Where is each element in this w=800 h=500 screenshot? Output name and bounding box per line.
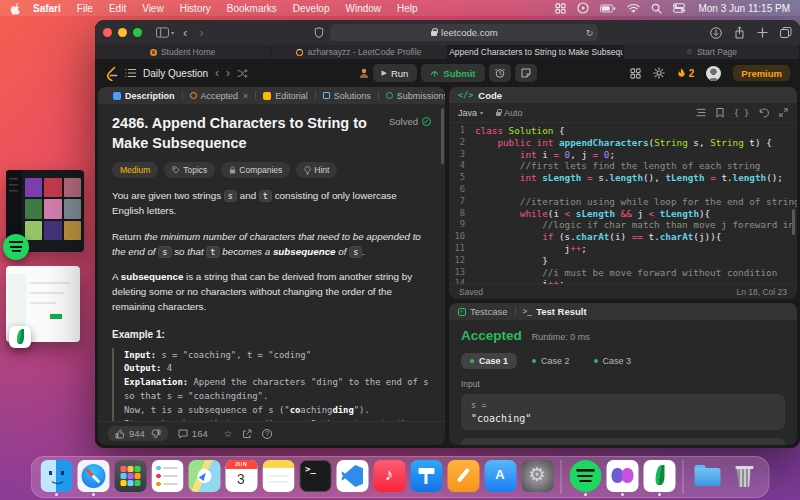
safari-tab[interactable]: azharsayzz - LeetCode Profile [271,45,447,59]
code-line[interactable]: 3 int i = 0, j = 0; [449,149,797,161]
auto-mode[interactable]: Auto [496,108,523,118]
wifi-icon[interactable] [627,3,640,13]
dock-vscode-icon[interactable] [336,459,368,495]
tab-accepted[interactable]: Accepted× [183,87,256,104]
dock-trash-icon[interactable] [728,459,760,495]
dock-calendar-icon[interactable]: JUN3 [225,459,257,495]
minimize-window-button[interactable] [118,28,127,37]
share-problem-button[interactable] [242,429,252,439]
topics-button[interactable]: Topics [164,162,215,178]
code-line[interactable]: 13 //i must be move forward without cond… [449,267,797,279]
timer-button[interactable] [489,64,511,82]
streak-counter[interactable]: 2 [677,68,695,79]
dock-finder-icon[interactable] [40,459,72,495]
code-line[interactable]: 5 int sLength = s.length(), tLength = t.… [449,172,797,184]
tab-overview-icon[interactable] [780,27,792,38]
tab-submissions[interactable]: Submissions [379,87,445,104]
new-tab-icon[interactable] [757,27,768,38]
menu-item-safari[interactable]: Safari [25,3,69,14]
language-selector[interactable]: Java▾ [458,108,483,118]
leetcode-logo-icon[interactable] [105,66,118,81]
dock-brain-icon[interactable] [606,459,638,495]
format-code-icon[interactable] [696,108,706,117]
submit-button[interactable]: Submit [421,64,484,82]
mongodb-app-badge-icon[interactable] [9,326,31,348]
sidebar-toggle-icon[interactable]: ▾ [156,27,174,38]
shuffle-icon[interactable] [237,69,248,78]
menu-item-history[interactable]: History [172,3,219,14]
code-line[interactable]: 8 while(i < sLength && j < tLength){ [449,208,797,220]
code-editor[interactable]: 1class Solution {2 public int appendChar… [449,123,797,284]
favorite-button[interactable]: ☆ [224,428,233,439]
dock-reminders-icon[interactable] [151,459,183,495]
menu-item-develop[interactable]: Develop [285,3,338,14]
companies-button[interactable]: Companies [221,162,290,178]
daily-question-label[interactable]: Daily Question [143,68,208,79]
dock-settings-icon[interactable] [521,459,553,495]
dock-pages-icon[interactable] [447,459,479,495]
like-button[interactable]: 944 [115,428,145,439]
safari-tab[interactable]: ☆Start Page [624,45,800,59]
reset-code-icon[interactable] [759,108,769,118]
layout-grid-icon[interactable] [630,68,641,79]
dock-spotify-icon[interactable] [569,459,601,495]
code-line[interactable]: 10 if (s.charAt(i) == t.charAt(j)){ [449,231,797,243]
code-line[interactable]: 6 [449,184,797,196]
code-tab-label[interactable]: Code [478,90,502,101]
run-button[interactable]: ▶ Run [372,64,417,82]
safari-tab[interactable]: Student Home [95,45,271,59]
menu-item-window[interactable]: Window [338,3,390,14]
menu-item-edit[interactable]: Edit [101,3,134,14]
menu-item-bookmarks[interactable]: Bookmarks [219,3,285,14]
code-scrollbar[interactable] [792,209,795,235]
case-tab-1[interactable]: Case 1 [461,353,517,369]
close-window-button[interactable] [103,28,112,37]
assistant-icon[interactable] [358,68,368,79]
tiles-icon[interactable] [555,3,566,14]
dock-safari-icon[interactable] [77,459,109,495]
safari-tab[interactable]: Append Characters to String to Make Subs… [448,45,624,59]
menu-item-help[interactable]: Help [389,3,426,14]
play-circle-icon[interactable] [577,2,589,14]
privacy-shield-icon[interactable] [314,27,324,38]
dock-terminal-icon[interactable] [299,459,331,495]
control-center-icon[interactable] [673,3,685,13]
next-question-button[interactable]: › [226,67,230,79]
code-line[interactable]: 2 public int appendCharacters(String s, … [449,137,797,149]
forward-button[interactable]: › [196,26,206,39]
test-result-tab[interactable]: >_ Test Result [523,306,587,317]
problem-list-icon[interactable] [125,68,136,78]
battery-icon[interactable] [600,4,616,13]
dock-folder-icon[interactable] [691,459,723,495]
user-avatar[interactable] [706,66,721,81]
back-button[interactable]: ‹ [180,26,190,39]
comments-button[interactable]: 164 [178,428,208,439]
prev-question-button[interactable]: ‹ [215,67,219,79]
reload-icon[interactable]: ↻ [586,28,594,38]
dock-launchpad-icon[interactable] [114,459,146,495]
share-icon[interactable] [734,26,745,39]
tab-description[interactable]: Description [106,87,182,104]
notes-button[interactable] [515,64,537,82]
premium-button[interactable]: Premium [733,65,790,81]
code-line[interactable]: 9 //logic if char match than move j fore… [449,219,797,231]
dock-music-icon[interactable] [373,459,405,495]
hint-button[interactable]: Hint [296,162,337,178]
gear-icon[interactable] [653,67,665,79]
code-line[interactable]: 1class Solution { [449,125,797,137]
dock-maps-icon[interactable] [188,459,220,495]
brackets-icon[interactable]: { } [734,108,749,118]
apple-menu-icon[interactable] [10,2,21,15]
spotify-app-badge-icon[interactable] [3,234,29,260]
difficulty-badge[interactable]: Medium [112,162,158,178]
dock-notes-icon[interactable] [262,459,294,495]
menu-item-file[interactable]: File [69,3,101,14]
code-line[interactable]: 7 //iteration using while loop for the e… [449,196,797,208]
dock-keynote-icon[interactable] [410,459,442,495]
dock-appstore-icon[interactable] [484,459,516,495]
case-tab-2[interactable]: Case 2 [523,353,579,369]
bookmark-icon[interactable] [716,108,724,118]
zoom-window-button[interactable] [133,28,142,37]
search-icon[interactable] [651,3,662,14]
code-line[interactable]: 11 j++; [449,243,797,255]
